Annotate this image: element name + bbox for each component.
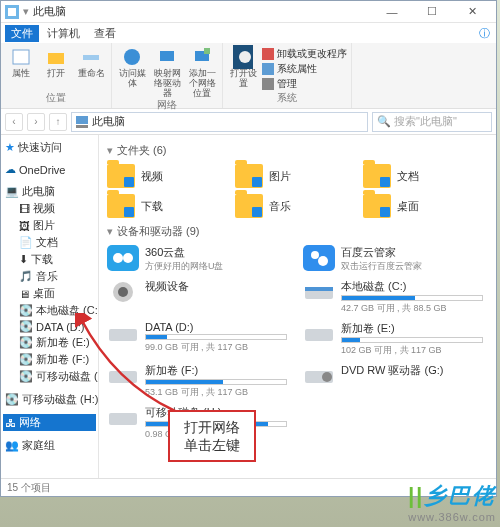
tree-videos[interactable]: 🎞视频 bbox=[3, 200, 96, 217]
svg-rect-27 bbox=[305, 329, 333, 341]
drive-c[interactable]: 本地磁盘 (C:)42.7 GB 可用 , 共 88.5 GB bbox=[303, 277, 483, 317]
svg-rect-13 bbox=[262, 78, 274, 90]
svg-rect-14 bbox=[76, 116, 88, 124]
tree-vole[interactable]: 💽新加卷 (E:) bbox=[3, 334, 96, 351]
tree-network[interactable]: 🖧网络 bbox=[3, 414, 96, 431]
drive-360[interactable]: 360云盘方便好用的网络U盘 bbox=[107, 243, 287, 275]
folder-videos[interactable]: 视频 bbox=[107, 162, 219, 190]
tree-localc[interactable]: 💽本地磁盘 (C:) bbox=[3, 302, 96, 319]
drive-dvd[interactable]: DVD RW 驱动器 (G:) bbox=[303, 361, 483, 401]
address-bar[interactable]: 此电脑 bbox=[71, 112, 368, 132]
close-button[interactable]: ✕ bbox=[452, 3, 492, 21]
titlebar: ▾ 此电脑 — ☐ ✕ bbox=[1, 1, 496, 23]
tree-music[interactable]: 🎵音乐 bbox=[3, 268, 96, 285]
drive-baidu[interactable]: 百度云管家双击运行百度云管家 bbox=[303, 243, 483, 275]
svg-point-23 bbox=[118, 287, 128, 297]
tab-file[interactable]: 文件 bbox=[5, 25, 39, 42]
drive-e[interactable]: 新加卷 (E:)102 GB 可用 , 共 117 GB bbox=[303, 319, 483, 359]
svg-point-5 bbox=[124, 49, 140, 65]
annotation-callout: 打开网络 单击左键 bbox=[168, 410, 256, 462]
menubar: 文件 计算机 查看 ⓘ bbox=[1, 23, 496, 43]
svg-point-21 bbox=[318, 256, 328, 266]
rib-rename[interactable]: 重命名 bbox=[75, 47, 107, 78]
folders-grid: 视频 图片 文档 下载 音乐 桌面 bbox=[107, 162, 488, 220]
svg-rect-26 bbox=[109, 329, 137, 341]
minimize-button[interactable]: — bbox=[372, 3, 412, 21]
ribbon: 属性 打开 重命名 位置 访问媒体 映射网络驱动器 添加一个网络位置 网络 打开… bbox=[1, 43, 496, 109]
drive-d[interactable]: DATA (D:)99.0 GB 可用 , 共 117 GB bbox=[107, 319, 287, 359]
maximize-button[interactable]: ☐ bbox=[412, 3, 452, 21]
tree-datad[interactable]: 💽DATA (D:) bbox=[3, 319, 96, 334]
folder-downloads[interactable]: 下载 bbox=[107, 192, 219, 220]
help-icon[interactable]: ⓘ bbox=[479, 26, 496, 41]
rib-media[interactable]: 访问媒体 bbox=[116, 47, 148, 88]
svg-point-20 bbox=[311, 251, 319, 259]
tree-desktop[interactable]: 🖥桌面 bbox=[3, 285, 96, 302]
svg-rect-28 bbox=[109, 371, 137, 383]
tab-view[interactable]: 查看 bbox=[88, 25, 122, 42]
tab-computer[interactable]: 计算机 bbox=[41, 25, 86, 42]
main-pane: ▾文件夹 (6) 视频 图片 文档 下载 音乐 桌面 ▾设备和驱动器 (9) 3… bbox=[99, 135, 496, 478]
rib-properties[interactable]: 属性 bbox=[5, 47, 37, 78]
nav-up[interactable]: ↑ bbox=[49, 113, 67, 131]
svg-rect-3 bbox=[48, 53, 64, 64]
search-box[interactable]: 🔍 搜索"此电脑" bbox=[372, 112, 492, 132]
rib-manage[interactable]: 管理 bbox=[262, 77, 347, 91]
search-icon: 🔍 bbox=[377, 115, 391, 128]
pc-icon bbox=[76, 116, 88, 128]
qat-icon[interactable]: ▾ bbox=[23, 5, 29, 18]
drive-video[interactable]: 视频设备 bbox=[107, 277, 287, 317]
svg-rect-6 bbox=[160, 51, 174, 61]
tree-volf[interactable]: 💽新加卷 (F:) bbox=[3, 351, 96, 368]
svg-rect-31 bbox=[109, 413, 137, 425]
folder-music[interactable]: 音乐 bbox=[235, 192, 347, 220]
watermark: ||乡巴佬 www.386w.com bbox=[408, 481, 496, 523]
svg-rect-11 bbox=[262, 48, 274, 60]
tree-quick-access[interactable]: ★快速访问 bbox=[3, 139, 96, 156]
svg-point-30 bbox=[322, 372, 332, 382]
folder-desktop[interactable]: 桌面 bbox=[363, 192, 475, 220]
folder-pictures[interactable]: 图片 bbox=[235, 162, 347, 190]
svg-rect-12 bbox=[262, 63, 274, 75]
svg-point-18 bbox=[123, 253, 133, 263]
svg-rect-15 bbox=[76, 125, 88, 128]
rib-map-drive[interactable]: 映射网络驱动器 bbox=[151, 47, 183, 98]
nav-forward[interactable]: › bbox=[27, 113, 45, 131]
svg-rect-1 bbox=[8, 8, 16, 16]
drives-grid: 360云盘方便好用的网络U盘 百度云管家双击运行百度云管家 视频设备 本地磁盘 … bbox=[107, 243, 488, 443]
tree-onedrive[interactable]: ☁OneDrive bbox=[3, 162, 96, 177]
svg-point-10 bbox=[239, 51, 251, 63]
tree-remg[interactable]: 💽可移动磁盘 (G:) bbox=[3, 368, 96, 385]
rib-settings[interactable]: 打开设置 bbox=[227, 47, 259, 88]
app-icon bbox=[5, 5, 19, 19]
rib-add-location[interactable]: 添加一个网络位置 bbox=[186, 47, 218, 98]
folder-docs[interactable]: 文档 bbox=[363, 162, 475, 190]
window-title: 此电脑 bbox=[33, 4, 66, 19]
section-drives[interactable]: ▾设备和驱动器 (9) bbox=[107, 224, 488, 239]
tree-docs[interactable]: 📄文档 bbox=[3, 234, 96, 251]
tree-thispc[interactable]: 💻此电脑 bbox=[3, 183, 96, 200]
svg-point-17 bbox=[113, 253, 123, 263]
rib-uninstall[interactable]: 卸载或更改程序 bbox=[262, 47, 347, 61]
tree-remh[interactable]: 💽可移动磁盘 (H:) bbox=[3, 391, 96, 408]
tree-downloads[interactable]: ⬇下载 bbox=[3, 251, 96, 268]
rib-sysprops[interactable]: 系统属性 bbox=[262, 62, 347, 76]
drive-f[interactable]: 新加卷 (F:)53.1 GB 可用 , 共 117 GB bbox=[107, 361, 287, 401]
nav-tree: ★快速访问 ☁OneDrive 💻此电脑 🎞视频 🖼图片 📄文档 ⬇下载 🎵音乐… bbox=[1, 135, 99, 478]
rib-open[interactable]: 打开 bbox=[40, 47, 72, 78]
svg-rect-8 bbox=[204, 48, 210, 54]
svg-rect-2 bbox=[13, 50, 29, 64]
svg-rect-4 bbox=[83, 55, 99, 60]
section-folders[interactable]: ▾文件夹 (6) bbox=[107, 143, 488, 158]
nav-back[interactable]: ‹ bbox=[5, 113, 23, 131]
tree-homegroup[interactable]: 👥家庭组 bbox=[3, 437, 96, 454]
tree-pictures[interactable]: 🖼图片 bbox=[3, 217, 96, 234]
svg-rect-25 bbox=[305, 287, 333, 291]
navbar: ‹ › ↑ 此电脑 🔍 搜索"此电脑" bbox=[1, 109, 496, 135]
